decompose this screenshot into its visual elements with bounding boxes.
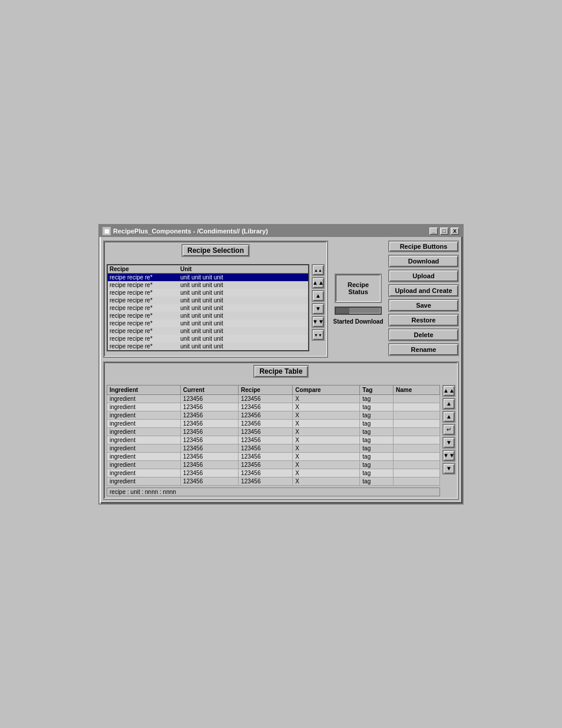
cell-tag: tag	[360, 477, 394, 485]
restore-button[interactable]: Restore	[388, 314, 459, 327]
cell-tag: tag	[360, 469, 394, 477]
table-row[interactable]: ingredient123456123456Xtag	[107, 436, 440, 444]
cell-current: 123456	[180, 394, 238, 403]
table-scroll-buttons: ▲▲ ▲ ▲ ▼ ▼▼ ▼	[442, 385, 455, 496]
rename-button[interactable]: Rename	[388, 343, 459, 356]
cell-compare: X	[293, 460, 360, 469]
cell-recipe: 123456	[239, 403, 293, 411]
list-item[interactable]: recipe recipe re* unit unit unit unit	[108, 327, 308, 335]
upload-and-create-button[interactable]: Upload and Create	[388, 284, 459, 297]
scroll-up-button[interactable]	[312, 290, 325, 302]
item-recipe: recipe recipe re*	[110, 274, 180, 281]
cell-recipe: 123456	[239, 477, 293, 485]
main-window: ▦ RecipePlus_Components - /Condiments// …	[98, 224, 464, 505]
table-scroll-bottom-button[interactable]: ▼	[442, 463, 455, 475]
table-row[interactable]: ingredient123456123456Xtag	[107, 477, 440, 485]
table-scroll-top-icon: ▲▲	[443, 387, 455, 394]
cell-recipe: 123456	[239, 444, 293, 452]
cell-name	[394, 460, 440, 469]
table-row[interactable]: ingredient123456123456Xtag	[107, 427, 440, 436]
scroll-up-fast-button[interactable]: ▲▲	[312, 277, 325, 289]
cell-ingredient: ingredient	[107, 436, 181, 444]
scroll-down-button[interactable]	[312, 303, 325, 315]
table-row[interactable]: ingredient123456123456Xtag	[107, 394, 440, 403]
maximize-button[interactable]: □	[439, 227, 449, 235]
minimize-button[interactable]: _	[429, 227, 438, 235]
table-row[interactable]: ingredient123456123456Xtag	[107, 403, 440, 411]
list-item[interactable]: recipe recipe re* unit unit unit unit	[108, 312, 308, 319]
item-recipe: recipe recipe re*	[110, 320, 180, 327]
cell-current: 123456	[180, 436, 238, 444]
table-scroll-down-fast-button[interactable]: ▼▼	[442, 450, 455, 462]
table-row[interactable]: ingredient123456123456Xtag	[107, 469, 440, 477]
cell-recipe: 123456	[239, 419, 293, 427]
cell-recipe: 123456	[239, 394, 293, 403]
cell-recipe: 123456	[239, 460, 293, 469]
item-unit: unit unit unit unit	[180, 335, 306, 342]
scroll-bottom-icon	[314, 331, 322, 338]
header-recipe: Recipe	[110, 266, 180, 272]
recipe-list[interactable]: Recipe Unit recipe recipe re* unit unit …	[107, 264, 309, 351]
cell-current: 123456	[180, 427, 238, 436]
cell-ingredient: ingredient	[107, 460, 181, 469]
cell-current: 123456	[180, 452, 238, 460]
cell-compare: X	[293, 403, 360, 411]
recipe-selection-title-container: Recipe Selection	[107, 244, 325, 261]
table-scroll-top-button[interactable]: ▲▲	[442, 385, 455, 397]
cell-tag: tag	[360, 403, 394, 411]
delete-button[interactable]: Delete	[388, 328, 459, 341]
recipe-selection-panel: Recipe Selection Recipe Unit recipe reci…	[103, 241, 328, 358]
cell-compare: X	[293, 444, 360, 452]
cell-compare: X	[293, 394, 360, 403]
recipe-list-scroll: ▲▲ ▼▼	[312, 264, 325, 351]
table-row[interactable]: ingredient123456123456Xtag	[107, 419, 440, 427]
progress-bar	[335, 307, 382, 315]
cell-current: 123456	[180, 411, 238, 419]
close-button[interactable]: X	[450, 227, 459, 235]
cell-compare: X	[293, 427, 360, 436]
item-unit: unit unit unit unit	[180, 297, 306, 304]
cell-tag: tag	[360, 460, 394, 469]
table-scroll-down-button[interactable]: ▼	[442, 437, 455, 449]
recipe-table-title: Recipe Table	[253, 365, 308, 378]
list-item[interactable]: recipe recipe re* unit unit unit unit	[108, 319, 308, 327]
table-body: ingredient123456123456Xtagingredient1234…	[107, 394, 440, 485]
table-row[interactable]: ingredient123456123456Xtag	[107, 460, 440, 469]
list-header: Recipe Unit	[108, 265, 308, 274]
item-recipe: recipe recipe re*	[110, 312, 180, 319]
cell-tag: tag	[360, 411, 394, 419]
list-item[interactable]: recipe recipe re* unit unit unit unit	[108, 297, 308, 304]
table-return-button[interactable]	[442, 424, 455, 436]
cell-compare: X	[293, 436, 360, 444]
upload-button[interactable]: Upload	[388, 269, 459, 282]
table-row[interactable]: ingredient123456123456Xtag	[107, 452, 440, 460]
progress-fill	[336, 308, 349, 314]
save-button[interactable]: Save	[388, 299, 459, 312]
list-item[interactable]: recipe recipe re* unit unit unit unit	[108, 335, 308, 342]
list-item[interactable]: recipe recipe re* unit unit unit unit	[108, 281, 308, 289]
table-row[interactable]: ingredient123456123456Xtag	[107, 411, 440, 419]
list-item[interactable]: recipe recipe re* unit unit unit unit	[108, 289, 308, 297]
table-scroll-up-fast-icon: ▲	[446, 400, 452, 407]
list-item[interactable]: recipe recipe re* unit unit unit unit	[108, 304, 308, 312]
scroll-top-button[interactable]	[312, 264, 325, 276]
item-recipe: recipe recipe re*	[110, 305, 180, 311]
table-scroll-up-fast-button[interactable]: ▲	[442, 398, 455, 410]
list-item[interactable]: recipe recipe re* unit unit unit unit	[108, 274, 308, 281]
item-recipe: recipe recipe re*	[110, 297, 180, 304]
cell-recipe: 123456	[239, 411, 293, 419]
item-unit: unit unit unit unit	[180, 312, 306, 319]
scroll-bottom-button[interactable]	[312, 329, 325, 341]
cell-tag: tag	[360, 394, 394, 403]
cell-ingredient: ingredient	[107, 419, 181, 427]
scroll-down-fast-button[interactable]: ▼▼	[312, 316, 325, 328]
item-unit: unit unit unit unit	[180, 328, 306, 334]
item-recipe: recipe recipe re*	[110, 335, 180, 342]
table-row[interactable]: ingredient123456123456Xtag	[107, 444, 440, 452]
table-scroll-up-button[interactable]: ▲	[442, 411, 455, 423]
table-status-bar: recipe : unit : nnnn : nnnn	[107, 487, 440, 496]
title-bar: ▦ RecipePlus_Components - /Condiments// …	[100, 225, 462, 237]
cell-tag: tag	[360, 419, 394, 427]
list-item[interactable]: recipe recipe re* unit unit unit unit	[108, 342, 308, 350]
download-button[interactable]: Download	[388, 255, 459, 268]
